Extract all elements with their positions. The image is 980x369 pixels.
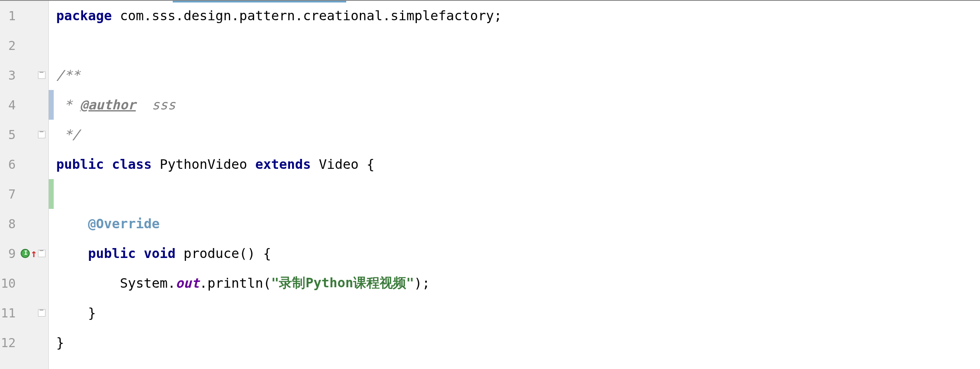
code-line[interactable]: @Override: [49, 209, 980, 239]
gutter-icons: ↑: [17, 248, 47, 259]
token-plain: );: [414, 275, 430, 291]
line-number: 7: [0, 187, 17, 201]
token-kw: extends: [255, 156, 311, 172]
code-line[interactable]: */: [49, 120, 980, 149]
change-marker: [49, 179, 54, 209]
token-string: "录制Python课程视频": [271, 274, 414, 292]
token-plain: }: [56, 335, 64, 350]
line-number: 12: [0, 336, 17, 350]
token-annotation: @Override: [88, 216, 159, 232]
fold-icon[interactable]: [38, 309, 45, 317]
token-plain: produce() {: [176, 246, 271, 261]
token-comment: *: [56, 97, 80, 113]
code-editor[interactable]: 123456789↑101112 package com.sss.design.…: [0, 0, 980, 369]
line-number: 3: [0, 68, 17, 83]
line-number: 2: [0, 38, 17, 53]
line-number: 11: [0, 306, 17, 320]
gutter-row: 2: [0, 31, 48, 60]
override-icon[interactable]: [21, 249, 30, 258]
token-field: out: [176, 275, 200, 291]
token-kw: package: [56, 8, 112, 24]
gutter-row: 9↑: [0, 239, 48, 268]
line-number: 1: [0, 9, 17, 23]
token-plain: System.: [120, 275, 176, 291]
token-plain: Video {: [311, 156, 375, 172]
code-line[interactable]: }: [49, 328, 980, 357]
code-line[interactable]: package com.sss.design.pattern.creationa…: [49, 1, 980, 31]
token-comment: sss: [136, 97, 176, 113]
gutter-row: 4: [0, 90, 48, 120]
code-line[interactable]: /**: [49, 60, 980, 90]
line-number: 4: [0, 98, 17, 112]
code-line[interactable]: }: [49, 298, 980, 328]
gutter-row: 3: [0, 60, 48, 90]
fold-icon[interactable]: [38, 131, 45, 138]
gutter-row: 11: [0, 298, 48, 328]
code-line[interactable]: * @author sss: [49, 90, 980, 120]
line-number: 6: [0, 157, 17, 172]
code-area[interactable]: package com.sss.design.pattern.creationa…: [49, 1, 980, 369]
token-kw: public class: [56, 156, 152, 172]
gutter-row: 5: [0, 120, 48, 149]
gutter-row: 10: [0, 268, 48, 298]
code-line[interactable]: public void produce() {: [49, 239, 980, 268]
code-line[interactable]: [49, 31, 980, 60]
line-number: 8: [0, 217, 17, 231]
gutter-row: 6: [0, 149, 48, 179]
line-number: 5: [0, 128, 17, 142]
code-line[interactable]: System.out.println("录制Python课程视频");: [49, 268, 980, 298]
token-comment: /**: [56, 67, 80, 83]
token-kw: public void: [88, 246, 176, 261]
fold-icon[interactable]: [38, 250, 45, 257]
gutter-row: 8: [0, 209, 48, 239]
gutter-icons: [17, 71, 47, 79]
token-plain: com.sss.design.pattern.creational.simple…: [112, 8, 502, 24]
gutter-row: 7: [0, 179, 48, 209]
token-plain: PythonVideo: [152, 156, 255, 172]
tab-marker: [173, 1, 346, 2]
line-number: 9: [0, 246, 17, 261]
token-comment: */: [56, 127, 80, 142]
change-marker: [49, 90, 54, 120]
fold-icon[interactable]: [38, 71, 45, 79]
gutter: 123456789↑101112: [0, 1, 49, 369]
gutter-row: 12: [0, 328, 48, 357]
code-line[interactable]: public class PythonVideo extends Video {: [49, 149, 980, 179]
token-plain: .println(: [200, 275, 271, 291]
gutter-icons: [17, 131, 47, 138]
line-number: 10: [0, 276, 17, 291]
up-arrow-icon[interactable]: ↑: [31, 248, 37, 259]
gutter-icons: [17, 309, 47, 317]
code-line[interactable]: [49, 179, 980, 209]
token-doctag: @author: [80, 97, 136, 113]
token-plain: }: [88, 305, 96, 321]
gutter-row: 1: [0, 1, 48, 31]
